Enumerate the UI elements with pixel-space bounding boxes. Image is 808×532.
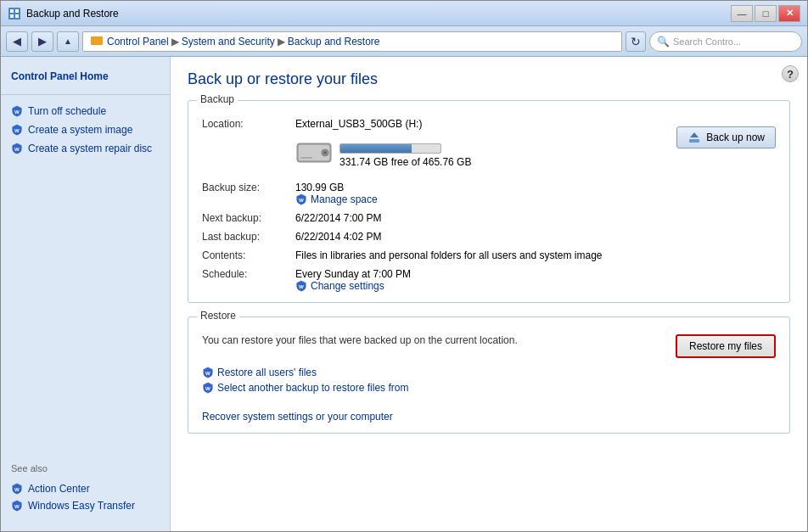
shield-icon-2: W bbox=[11, 124, 23, 136]
svg-marker-20 bbox=[690, 132, 699, 137]
main-area: Control Panel Home W Turn off schedule W… bbox=[1, 57, 807, 531]
shield-icon-easy-transfer: W bbox=[11, 500, 23, 512]
breadcrumb-part3: Backup and Restore bbox=[288, 36, 380, 48]
last-backup-label: Last backup: bbox=[202, 231, 295, 243]
backup-left: Location: External_USB3_500GB (H:) bbox=[202, 118, 659, 292]
window-title: Backup and Restore bbox=[26, 8, 119, 20]
main-window: Backup and Restore — □ ✕ ◀ ▶ ▲ Control P… bbox=[0, 0, 808, 532]
back-arrow-icon: ◀ bbox=[13, 35, 21, 48]
backup-info-grid: Location: External_USB3_500GB (H:) bbox=[202, 118, 659, 292]
restore-all-users-link[interactable]: W Restore all users' files bbox=[202, 367, 776, 378]
back-up-now-button[interactable]: Back up now bbox=[676, 126, 776, 148]
svg-rect-2 bbox=[15, 9, 19, 13]
change-settings-link[interactable]: W Change settings bbox=[295, 280, 659, 292]
restore-all-users-label: Restore all users' files bbox=[217, 367, 317, 378]
backup-right: Back up now bbox=[676, 118, 776, 292]
schedule-value: Every Sunday at 7:00 PM bbox=[295, 268, 659, 280]
breadcrumb-part1: Control Panel bbox=[107, 36, 169, 48]
window-icon bbox=[8, 7, 21, 20]
see-also-label: See also bbox=[11, 463, 160, 473]
sidebar-action-center[interactable]: W Action Center bbox=[11, 480, 160, 497]
sidebar-home-link[interactable]: Control Panel Home bbox=[1, 65, 170, 87]
contents-value: Files in libraries and personal folders … bbox=[295, 249, 659, 261]
close-button[interactable]: ✕ bbox=[778, 5, 800, 22]
back-up-now-label: Back up now bbox=[706, 132, 765, 143]
sidebar: Control Panel Home W Turn off schedule W… bbox=[1, 57, 171, 531]
free-space-value: 331.74 GB free of 465.76 GB bbox=[339, 156, 471, 168]
page-title: Back up or restore your files bbox=[188, 70, 790, 88]
help-button[interactable]: ? bbox=[782, 65, 799, 82]
svg-text:W: W bbox=[205, 370, 210, 376]
maximize-button[interactable]: □ bbox=[755, 5, 777, 22]
title-bar-left: Backup and Restore bbox=[8, 7, 119, 20]
svg-text:W: W bbox=[205, 385, 210, 391]
sidebar-easy-transfer[interactable]: W Windows Easy Transfer bbox=[11, 497, 160, 514]
location-label: Location: bbox=[202, 118, 295, 130]
action-center-label: Action Center bbox=[28, 483, 90, 495]
sidebar-item-label-2: Create a system image bbox=[28, 124, 132, 136]
breadcrumb-arrow-1: ▶ bbox=[171, 36, 179, 48]
sidebar-footer: See also W Action Center W Windows Easy … bbox=[1, 455, 170, 523]
shield-icon-1: W bbox=[11, 105, 23, 117]
svg-rect-16 bbox=[300, 157, 312, 159]
shield-icon-manage: W bbox=[295, 193, 307, 205]
manage-space-label: Manage space bbox=[311, 193, 378, 205]
backup-section: Backup Location: External_USB3_500GB (H:… bbox=[188, 100, 790, 303]
svg-text:W: W bbox=[299, 197, 304, 203]
svg-rect-5 bbox=[91, 36, 103, 45]
restore-section: Restore You can restore your files that … bbox=[188, 316, 790, 434]
restore-links: W Restore all users' files W Select anot… bbox=[202, 367, 776, 394]
sidebar-item-label-3: Create a system repair disc bbox=[28, 143, 152, 154]
restore-section-label: Restore bbox=[197, 310, 239, 322]
shield-icon-action-center: W bbox=[11, 483, 23, 495]
svg-rect-19 bbox=[689, 139, 699, 143]
restore-description: You can restore your files that were bac… bbox=[202, 334, 518, 346]
svg-rect-6 bbox=[91, 38, 97, 40]
progress-bar-inner bbox=[340, 144, 412, 153]
svg-text:W: W bbox=[299, 283, 304, 289]
shield-icon-settings: W bbox=[295, 280, 307, 292]
progress-bar-outer bbox=[339, 143, 441, 154]
sidebar-item-label-1: Turn off schedule bbox=[28, 105, 106, 117]
backup-section-label: Backup bbox=[197, 93, 238, 105]
up-button[interactable]: ▲ bbox=[57, 31, 79, 52]
search-placeholder: Search Contro... bbox=[673, 36, 741, 47]
svg-rect-3 bbox=[10, 14, 14, 18]
svg-text:W: W bbox=[14, 109, 20, 115]
sidebar-item-create-system-image[interactable]: W Create a system image bbox=[1, 120, 170, 139]
forward-arrow-icon: ▶ bbox=[38, 35, 47, 48]
minimize-button[interactable]: — bbox=[731, 5, 753, 22]
location-value: External_USB3_500GB (H:) bbox=[295, 118, 659, 130]
sidebar-item-turn-off-schedule[interactable]: W Turn off schedule bbox=[1, 102, 170, 120]
select-backup-link[interactable]: W Select another backup to restore files… bbox=[202, 382, 776, 394]
location-value-container: External_USB3_500GB (H:) bbox=[295, 118, 659, 130]
select-backup-label: Select another backup to restore files f… bbox=[217, 382, 408, 394]
forward-button[interactable]: ▶ bbox=[31, 31, 53, 52]
sidebar-item-create-repair-disc[interactable]: W Create a system repair disc bbox=[1, 139, 170, 158]
refresh-button[interactable]: ↻ bbox=[626, 31, 646, 52]
back-button[interactable]: ◀ bbox=[6, 31, 28, 52]
sidebar-divider bbox=[1, 94, 170, 95]
search-bar[interactable]: 🔍 Search Contro... bbox=[649, 31, 802, 52]
manage-space-link[interactable]: W Manage space bbox=[295, 193, 659, 205]
svg-rect-1 bbox=[10, 9, 14, 13]
breadcrumb[interactable]: Control Panel ▶ System and Security ▶ Ba… bbox=[82, 31, 622, 52]
breadcrumb-part2: System and Security bbox=[182, 36, 275, 48]
easy-transfer-label: Windows Easy Transfer bbox=[28, 500, 135, 512]
schedule-container: Every Sunday at 7:00 PM W Change setting… bbox=[295, 268, 659, 292]
recover-system-link[interactable]: Recover system settings or your computer bbox=[202, 411, 393, 423]
next-backup-label: Next backup: bbox=[202, 212, 295, 224]
svg-text:W: W bbox=[14, 146, 20, 152]
next-backup-value: 6/22/2014 7:00 PM bbox=[295, 212, 659, 224]
breadcrumb-arrow-2: ▶ bbox=[278, 36, 285, 48]
svg-text:W: W bbox=[14, 127, 20, 133]
last-backup-value: 6/22/2014 4:02 PM bbox=[295, 231, 659, 243]
schedule-label: Schedule: bbox=[202, 268, 295, 280]
search-icon: 🔍 bbox=[657, 36, 670, 48]
backup-content: Location: External_USB3_500GB (H:) bbox=[202, 111, 776, 292]
address-bar: ◀ ▶ ▲ Control Panel ▶ System and Securit… bbox=[1, 26, 807, 57]
content-panel: ? Back up or restore your files Backup L… bbox=[171, 57, 807, 531]
restore-my-files-button[interactable]: Restore my files bbox=[676, 334, 776, 358]
title-bar: Backup and Restore — □ ✕ bbox=[1, 1, 807, 26]
shield-icon-3: W bbox=[11, 143, 23, 154]
